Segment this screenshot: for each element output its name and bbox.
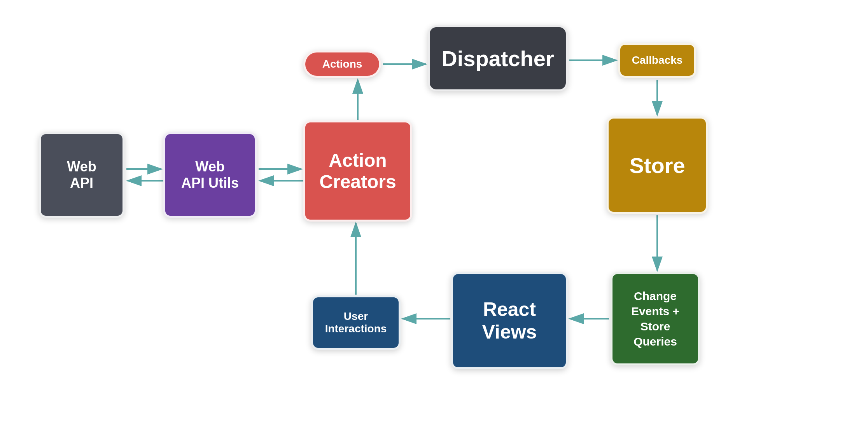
action-creators-node: Action Creators: [303, 120, 412, 222]
actions-label: Actions: [322, 58, 362, 70]
web-api-utils-label: Web API Utils: [181, 159, 239, 191]
web-api-label: Web API: [67, 159, 96, 191]
callbacks-label: Callbacks: [632, 54, 683, 66]
action-creators-label: Action Creators: [319, 150, 396, 192]
flux-diagram: Web API Web API Utils Action Creators Ac…: [0, 0, 868, 433]
react-views-label: React Views: [482, 298, 537, 343]
web-api-utils-node: Web API Utils: [163, 132, 257, 218]
change-events-label: Change Events + Store Queries: [631, 288, 679, 349]
dispatcher-label: Dispatcher: [441, 46, 554, 71]
user-interactions-node: User Interactions: [311, 295, 401, 350]
store-node: Store: [607, 117, 708, 214]
callbacks-node: Callbacks: [618, 43, 696, 78]
react-views-node: React Views: [451, 272, 568, 369]
user-interactions-label: User Interactions: [325, 310, 387, 335]
dispatcher-node: Dispatcher: [428, 25, 568, 91]
change-events-node: Change Events + Store Queries: [611, 272, 700, 365]
store-label: Store: [629, 153, 685, 178]
web-api-node: Web API: [39, 132, 124, 218]
actions-node: Actions: [303, 51, 381, 78]
